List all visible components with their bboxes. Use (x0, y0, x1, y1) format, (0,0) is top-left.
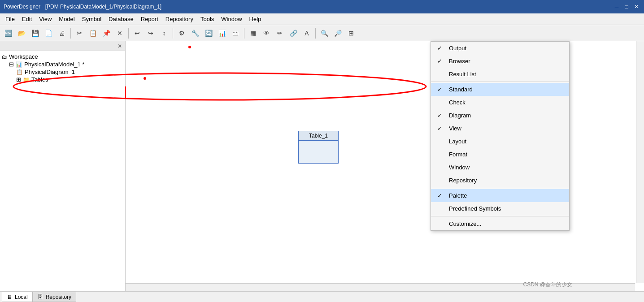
repository-label: Repository (449, 177, 477, 184)
fit-btn[interactable]: ⊞ (345, 27, 357, 39)
menu-help[interactable]: Help (246, 13, 265, 25)
red-dot-1 (188, 46, 191, 48)
menu-edit[interactable]: Edit (18, 13, 35, 25)
minimize-btn[interactable]: ─ (613, 3, 621, 11)
link-btn[interactable]: 🔗 (287, 27, 300, 39)
predefined-symbols-label: Predefined Symbols (449, 205, 501, 212)
menu-view[interactable]: View (35, 13, 55, 25)
menu-window[interactable]: Window (431, 161, 569, 174)
watermark: CSDN @奋斗的少女 (523, 281, 572, 289)
tree-workspace[interactable]: 🗂 Workspace (2, 53, 123, 60)
zoom-out-btn[interactable]: 🔎 (331, 27, 344, 39)
restore-btn[interactable]: □ (622, 3, 631, 11)
collapse-icon: ⊟ (9, 61, 14, 68)
menu-file[interactable]: File (2, 13, 18, 25)
save-btn[interactable]: 💾 (29, 27, 41, 39)
separator-b (431, 188, 569, 188)
toolbar: 🆕 📂 💾 📄 🖨 ✂ 📋 📌 ✕ ↩ ↪ ↕ ⚙ 🔧 🔄 📊 🗃 ▦ 👁 ✏ … (0, 25, 644, 41)
title-bar: PowerDesigner - [PDM PhysicalDataModel_1… (0, 0, 644, 13)
separator-2 (128, 28, 129, 39)
browser-label: Browser (449, 58, 470, 65)
menu-customize[interactable]: Customize... (431, 217, 569, 230)
menu-result-list[interactable]: Result List (431, 68, 569, 81)
format-label: Format (449, 151, 467, 158)
close-btn[interactable]: ✕ (632, 3, 640, 11)
table-btn[interactable]: ▦ (247, 27, 259, 39)
compare-btn[interactable]: 📊 (216, 27, 228, 39)
output-label: Output (449, 45, 466, 52)
menu-format[interactable]: Format (431, 148, 569, 161)
diagram-icon: 📋 (16, 69, 23, 75)
update-btn[interactable]: 🔄 (202, 27, 215, 39)
menu-diagram[interactable]: Diagram (431, 109, 569, 122)
zoom-in-btn[interactable]: 🔍 (318, 27, 331, 39)
result-list-label: Result List (449, 71, 476, 78)
left-panel-header: ✕ (0, 41, 125, 51)
menu-check[interactable]: Check (431, 96, 569, 109)
local-label: Local (15, 294, 28, 300)
new-btn[interactable]: 🆕 (2, 27, 14, 39)
table-body (299, 141, 338, 163)
diagram-menu-label: Diagram (449, 112, 471, 119)
menu-predefined-symbols[interactable]: Predefined Symbols (431, 202, 569, 215)
check-label: Check (449, 99, 466, 106)
pencil-btn[interactable]: ✏ (274, 27, 286, 39)
status-tab-repository[interactable]: 🗄 Repository (33, 292, 76, 302)
menu-browser[interactable]: Browser (431, 55, 569, 68)
delete-btn[interactable]: ✕ (113, 27, 126, 39)
separator-3 (173, 28, 173, 39)
cut-btn[interactable]: ✂ (73, 27, 86, 39)
window-label: Window (449, 164, 470, 171)
red-dot-2 (144, 77, 146, 80)
diagram-label: PhysicalDiagram_1 (25, 69, 75, 75)
menu-model[interactable]: Model (55, 13, 78, 25)
separator-1 (70, 28, 71, 39)
separator-5 (315, 28, 316, 39)
table-box[interactable]: Table_1 (298, 131, 339, 164)
menu-window[interactable]: Window (218, 13, 245, 25)
menu-view[interactable]: View (431, 122, 569, 135)
status-tab-local[interactable]: 🖥 Local (2, 292, 33, 302)
view-icon-btn[interactable]: 👁 (260, 27, 273, 39)
redo-btn[interactable]: ↪ (144, 27, 157, 39)
tree-physical-model[interactable]: ⊟ 📊 PhysicalDataModel_1 * (2, 60, 123, 68)
menu-layout[interactable]: Layout (431, 135, 569, 148)
expand-icon: ⊞ (16, 76, 21, 83)
tables-icon: 📁 (23, 77, 30, 83)
repo-icon: 🗄 (38, 294, 43, 300)
paste-btn[interactable]: 📌 (100, 27, 113, 39)
undo-btn[interactable]: ↩ (131, 27, 144, 39)
tree-area: 🗂 Workspace ⊟ 📊 PhysicalDataModel_1 * 📋 … (0, 51, 125, 291)
standard-label: Standard (449, 86, 473, 93)
save-all-btn[interactable]: 📄 (42, 27, 55, 39)
left-panel-close-btn[interactable]: ✕ (116, 43, 123, 50)
menu-repository[interactable]: Repository (431, 174, 569, 187)
menu-tools[interactable]: Tools (197, 13, 218, 25)
menu-standard[interactable]: Standard (431, 83, 569, 96)
data-btn[interactable]: 🗃 (229, 27, 242, 39)
palette-label: Palette (449, 192, 467, 199)
menu-report[interactable]: Report (137, 13, 162, 25)
menu-database[interactable]: Database (105, 13, 137, 25)
tree-tables[interactable]: ⊞ 📁 Tables (2, 76, 123, 83)
generate-btn[interactable]: 🔧 (189, 27, 201, 39)
vertical-scrollbar[interactable] (636, 41, 644, 283)
workspace-icon: 🗂 (2, 54, 7, 60)
print-btn[interactable]: 🖨 (56, 27, 68, 39)
customize-label: Customize... (449, 220, 481, 227)
text-btn[interactable]: A (300, 27, 313, 39)
menu-output[interactable]: Output (431, 42, 569, 55)
tree-physical-diagram[interactable]: 📋 PhysicalDiagram_1 (2, 68, 123, 76)
menu-bar: File Edit View Model Symbol Database Rep… (0, 13, 644, 25)
menu-repository[interactable]: Repository (162, 13, 197, 25)
copy-btn[interactable]: 📋 (87, 27, 99, 39)
layout-label: Layout (449, 138, 466, 145)
menu-symbol[interactable]: Symbol (78, 13, 105, 25)
title-text: PowerDesigner - [PDM PhysicalDataModel_1… (4, 4, 161, 10)
open-btn[interactable]: 📂 (15, 27, 28, 39)
dropdown-menu: Output Browser Result List Standard Chec… (431, 41, 570, 231)
tables-label: Tables (31, 76, 48, 83)
move-btn[interactable]: ↕ (158, 27, 170, 39)
check-model-btn[interactable]: ⚙ (175, 27, 188, 39)
menu-palette[interactable]: Palette (431, 189, 569, 202)
